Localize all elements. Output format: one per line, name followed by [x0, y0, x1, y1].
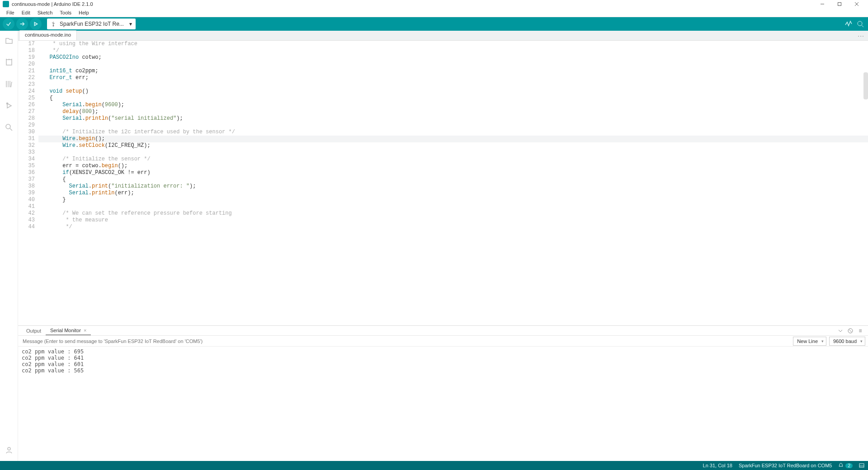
serial-output: co2 ppm value : 695 co2 ppm value : 641 …: [18, 347, 868, 461]
board-selector-label: SparkFun ESP32 IoT Re...: [60, 21, 124, 27]
chevron-down-icon: ▾: [129, 21, 132, 27]
output-tab[interactable]: Output: [22, 327, 46, 335]
board-status[interactable]: SparkFun ESP32 IoT RedBoard on COM5: [739, 463, 832, 468]
debug-button[interactable]: [30, 18, 42, 30]
account-button[interactable]: [3, 444, 15, 456]
svg-rect-27: [859, 464, 864, 467]
svg-point-10: [858, 21, 862, 26]
menu-sketch[interactable]: Sketch: [34, 9, 57, 16]
notifications-button[interactable]: 2: [838, 463, 853, 468]
serial-plotter-button[interactable]: [844, 19, 854, 29]
window-maximize-button[interactable]: [831, 0, 848, 8]
close-panel-button[interactable]: [859, 463, 864, 468]
serial-monitor-button[interactable]: [855, 19, 865, 29]
serial-message-input[interactable]: [18, 338, 793, 344]
menubar: File Edit Sketch Tools Help: [0, 8, 868, 17]
window-title: continuous-mode | Arduino IDE 2.1.0: [12, 1, 93, 7]
svg-line-11: [862, 25, 863, 27]
toolbar: SparkFun ESP32 IoT Re... ▾: [0, 17, 868, 31]
svg-marker-5: [34, 23, 37, 26]
usb-icon: [51, 21, 56, 27]
menu-help[interactable]: Help: [75, 9, 93, 16]
svg-rect-12: [6, 60, 12, 65]
tab-overflow-button[interactable]: ···: [858, 32, 864, 39]
svg-rect-1: [838, 3, 841, 6]
board-selector[interactable]: SparkFun ESP32 IoT Re... ▾: [47, 19, 136, 29]
scroll-down-button[interactable]: [836, 327, 844, 335]
baud-rate-select[interactable]: 9600 baud: [829, 337, 865, 346]
menu-tools[interactable]: Tools: [56, 9, 75, 16]
svg-line-26: [849, 329, 852, 332]
editor-tabbar: continuous-mode.ino ···: [18, 31, 868, 41]
window-minimize-button[interactable]: [814, 0, 831, 8]
svg-line-23: [10, 128, 12, 131]
notification-count: 2: [845, 463, 853, 468]
boards-manager-button[interactable]: [3, 56, 15, 69]
menu-file[interactable]: File: [3, 9, 18, 16]
library-manager-button[interactable]: [3, 78, 15, 90]
scrollbar-thumb[interactable]: [863, 72, 868, 99]
menu-edit[interactable]: Edit: [18, 9, 34, 16]
status-bar: Ln 31, Col 18 SparkFun ESP32 IoT RedBoar…: [0, 461, 868, 470]
svg-line-19: [11, 82, 12, 87]
clear-output-button[interactable]: [846, 327, 854, 335]
window-titlebar: continuous-mode | Arduino IDE 2.1.0: [0, 0, 868, 8]
search-button[interactable]: [3, 121, 15, 134]
code-editor[interactable]: 1718192021222324252627282930313233343536…: [18, 41, 868, 325]
bell-icon: [838, 463, 844, 468]
line-ending-select[interactable]: New Line: [793, 337, 826, 346]
editor-tab[interactable]: continuous-mode.ino: [19, 30, 77, 40]
activity-rail: [0, 31, 18, 461]
bottom-panel: Output Serial Monitor× ≡ New Line 9600 b…: [18, 325, 868, 461]
window-close-button[interactable]: [848, 0, 865, 8]
app-icon: [3, 1, 9, 7]
sketchbook-button[interactable]: [3, 34, 15, 47]
debug-panel-button[interactable]: [3, 99, 15, 112]
serial-monitor-tab[interactable]: Serial Monitor×: [46, 326, 91, 335]
svg-point-24: [8, 447, 10, 450]
svg-point-22: [6, 124, 10, 129]
upload-button[interactable]: [16, 18, 28, 30]
cursor-position: Ln 31, Col 18: [703, 463, 732, 468]
close-icon[interactable]: ×: [84, 328, 86, 333]
panel-menu-button[interactable]: ≡: [856, 327, 864, 335]
verify-button[interactable]: [3, 18, 14, 30]
